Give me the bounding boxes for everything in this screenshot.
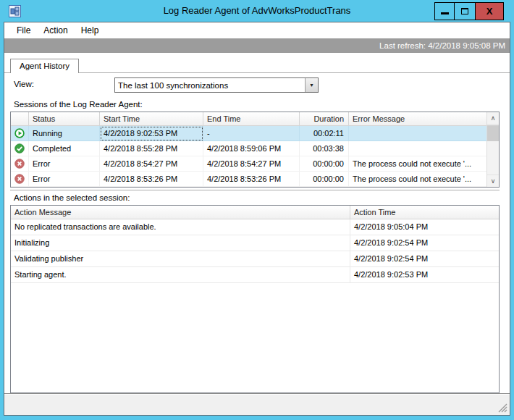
- session-status: Completed: [29, 141, 100, 156]
- action-message: Validating publisher: [11, 251, 350, 267]
- titlebar[interactable]: Log Reader Agent of AdvWorksProductTrans…: [0, 0, 514, 22]
- session-end-time: 4/2/2018 8:54:27 PM: [203, 156, 300, 172]
- scroll-down-icon[interactable]: ∨: [487, 175, 499, 187]
- view-dropdown[interactable]: The last 100 synchronizations ▼: [114, 77, 319, 93]
- sessions-table-header: Status Start Time End Time Duration Erro…: [11, 112, 488, 126]
- action-time: 4/2/2018 9:02:54 PM: [350, 235, 499, 251]
- sessions-table: Status Start Time End Time Duration Erro…: [10, 112, 500, 188]
- close-icon: X: [486, 7, 493, 16]
- resize-grip[interactable]: [497, 403, 507, 413]
- maximize-icon: [461, 8, 468, 14]
- section-separator: [10, 190, 500, 191]
- action-row[interactable]: Validating publisher 4/2/2018 9:02:54 PM: [11, 251, 499, 267]
- session-duration: 00:00:00: [300, 172, 349, 187]
- session-start-time: 4/2/2018 8:54:27 PM: [100, 156, 203, 172]
- session-status: Running: [29, 126, 100, 141]
- session-error-message: [349, 141, 488, 156]
- column-header-duration[interactable]: Duration: [300, 112, 349, 126]
- actions-table: Action Message Action Time No replicated…: [10, 205, 500, 393]
- scroll-up-icon[interactable]: ∧: [487, 112, 499, 125]
- error-icon: [11, 156, 29, 172]
- action-row[interactable]: No replicated transactions are available…: [11, 219, 499, 235]
- close-button[interactable]: X: [476, 2, 504, 20]
- sessions-scrollbar[interactable]: ∧ ∨: [486, 112, 499, 187]
- action-message: Starting agent.: [11, 267, 350, 283]
- refresh-bar: Last refresh: 4/2/2018 9:05:08 PM: [4, 38, 510, 53]
- session-row-error[interactable]: Error 4/2/2018 8:54:27 PM 4/2/2018 8:54:…: [11, 156, 488, 172]
- maximize-button[interactable]: [455, 2, 476, 20]
- action-time: 4/2/2018 9:02:54 PM: [350, 251, 499, 267]
- chevron-down-icon: ▼: [309, 83, 314, 88]
- session-start-time: 4/2/2018 8:55:28 PM: [100, 141, 203, 156]
- session-duration: 00:03:38: [300, 141, 349, 156]
- scrollbar-thumb[interactable]: [487, 125, 499, 141]
- window-content: File Action Help Last refresh: 4/2/2018 …: [4, 22, 510, 416]
- menubar: File Action Help: [4, 22, 510, 38]
- column-header-end-time[interactable]: End Time: [203, 112, 300, 126]
- session-duration: 00:02:11: [300, 126, 349, 141]
- menu-help[interactable]: Help: [75, 24, 106, 37]
- session-status: Error: [29, 156, 100, 172]
- view-dropdown-button[interactable]: ▼: [305, 78, 318, 92]
- view-label: View:: [14, 80, 34, 88]
- tab-page-agent-history: View: The last 100 synchronizations ▼ Se…: [4, 73, 510, 393]
- view-dropdown-value: The last 100 synchronizations: [115, 81, 305, 90]
- tabstrip: Agent History: [4, 53, 510, 73]
- minimize-button[interactable]: [434, 2, 455, 20]
- actions-table-header: Action Message Action Time: [11, 206, 499, 219]
- minimize-icon: [441, 12, 449, 14]
- completed-icon: [11, 141, 29, 156]
- column-header-action-message[interactable]: Action Message: [11, 206, 350, 219]
- statusbar: [4, 393, 510, 415]
- session-duration: 00:00:00: [300, 156, 349, 172]
- window: Log Reader Agent of AdvWorksProductTrans…: [0, 0, 514, 420]
- session-end-time: -: [203, 126, 300, 141]
- menu-file[interactable]: File: [10, 24, 37, 37]
- sessions-label: Sessions of the Log Reader Agent:: [14, 100, 143, 109]
- session-status: Error: [29, 172, 100, 187]
- actions-label: Actions in the selected session:: [14, 193, 130, 202]
- menu-action[interactable]: Action: [37, 24, 74, 37]
- session-row-completed[interactable]: Completed 4/2/2018 8:55:28 PM 4/2/2018 8…: [11, 141, 488, 156]
- session-start-time: 4/2/2018 8:53:26 PM: [100, 172, 203, 187]
- action-message: Initializing: [11, 235, 350, 251]
- session-error-message: The process could not execute '...: [349, 156, 488, 172]
- action-time: 4/2/2018 9:05:04 PM: [350, 219, 499, 235]
- action-row[interactable]: Starting agent. 4/2/2018 9:02:53 PM: [11, 267, 499, 283]
- session-error-message: The process could not execute '...: [349, 172, 488, 187]
- error-icon: [11, 172, 29, 187]
- column-header-error-message[interactable]: Error Message: [349, 112, 488, 126]
- session-row-running[interactable]: Running 4/2/2018 9:02:53 PM - 00:02:11: [11, 126, 488, 141]
- last-refresh-text: Last refresh: 4/2/2018 9:05:08 PM: [379, 41, 505, 50]
- session-end-time: 4/2/2018 8:53:26 PM: [203, 172, 300, 187]
- running-icon: [11, 126, 29, 141]
- column-header-status[interactable]: Status: [29, 112, 100, 126]
- tab-agent-history[interactable]: Agent History: [10, 59, 79, 73]
- column-header-status-icon[interactable]: [11, 112, 29, 126]
- action-message: No replicated transactions are available…: [11, 219, 350, 235]
- column-header-action-time[interactable]: Action Time: [350, 206, 499, 219]
- window-controls: X: [434, 2, 504, 20]
- session-error-message: [349, 126, 488, 141]
- session-row-error[interactable]: Error 4/2/2018 8:53:26 PM 4/2/2018 8:53:…: [11, 172, 488, 187]
- column-header-start-time[interactable]: Start Time: [100, 112, 203, 126]
- action-time: 4/2/2018 9:02:53 PM: [350, 267, 499, 283]
- session-end-time: 4/2/2018 8:59:06 PM: [203, 141, 300, 156]
- action-row[interactable]: Initializing 4/2/2018 9:02:54 PM: [11, 235, 499, 251]
- session-start-time: 4/2/2018 9:02:53 PM: [100, 126, 203, 141]
